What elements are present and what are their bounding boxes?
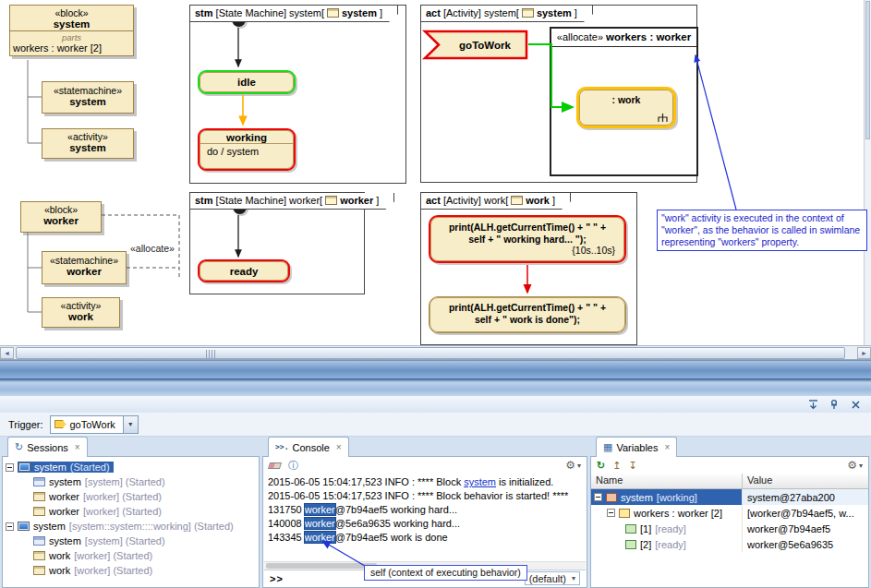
tab-sessions[interactable]: ↻ Sessions × <box>7 437 88 457</box>
stereotype: «block» <box>21 204 101 215</box>
session-row[interactable]: worker [worker] (Started) <box>6 504 259 519</box>
tab-close-icon[interactable]: × <box>336 442 342 452</box>
comment-note[interactable]: "work" activity is executed in the conte… <box>657 210 867 251</box>
tab-label: Variables <box>616 442 658 453</box>
frame-stm-system[interactable]: stm [State Machine] system[system ] idle… <box>189 5 406 184</box>
session-name: worker <box>49 491 79 502</box>
dock-titlebar <box>0 378 871 396</box>
variables-options[interactable]: ⚙ ▾ <box>847 459 863 472</box>
gear-icon[interactable]: ⚙ <box>565 459 575 472</box>
console-line: 131750 worker@7b94aef5 working hard... <box>268 503 582 517</box>
scrollbar-thumb[interactable] <box>865 1 870 139</box>
mode-value: (default) <box>529 573 566 584</box>
horizontal-scrollbar[interactable]: ◄ ► <box>0 345 871 360</box>
behavior-icon <box>33 477 45 486</box>
session-status: [worker] (Started) <box>74 565 152 576</box>
scrollbar-thumb[interactable] <box>16 347 845 359</box>
activity-system-element[interactable]: «activity» system <box>42 128 134 159</box>
variable-name: workers : worker [2] <box>634 508 722 519</box>
block-system[interactable]: «block» system parts workers : worker [2… <box>9 5 134 56</box>
action-code-line: print(ALH.getCurrentTime() + " " + <box>449 222 606 233</box>
variable-row[interactable]: system [working] system@27aba200 <box>591 489 868 505</box>
expander-icon[interactable] <box>6 463 14 472</box>
state-ready[interactable]: ready <box>198 259 290 282</box>
session-row[interactable]: work [worker] (Started) <box>6 548 259 563</box>
session-row[interactable]: system [system] (Started) <box>6 534 259 548</box>
signal-gotowork[interactable]: goToWork <box>422 29 531 62</box>
column-name[interactable]: Name <box>591 474 743 488</box>
session-row[interactable]: system (Started) <box>6 460 259 474</box>
session-name: system <box>34 462 67 473</box>
trigger-dropdown[interactable]: goToWork ▾ <box>50 415 139 434</box>
export-icon[interactable]: ↥ <box>612 460 621 472</box>
console-line: 140008 worker@5e6a9635 working hard... <box>268 517 582 531</box>
variable-row[interactable]: workers : worker [2] [worker@7b94aef5, w… <box>591 505 868 521</box>
session-row[interactable]: system [system::system::::working] (Star… <box>6 519 259 534</box>
vertical-scrollbar[interactable] <box>864 0 871 345</box>
scroll-right-button[interactable]: ► <box>857 347 871 359</box>
dropdown-arrow-icon: ▾ <box>577 462 581 470</box>
statemachine-system-element[interactable]: «statemachine» system <box>42 81 134 114</box>
expander-icon[interactable] <box>6 522 14 531</box>
splitter-bar[interactable] <box>0 360 871 378</box>
frame-bracket: ] <box>373 195 379 206</box>
stereotype: «statemachine» <box>42 85 133 96</box>
tab-variables[interactable]: ▦ Variables × <box>596 437 677 457</box>
restore-down-icon[interactable] <box>806 399 819 411</box>
tab-close-icon[interactable]: × <box>664 442 670 452</box>
variable-row[interactable]: [1] [ready] worker@7b94aef5 <box>591 521 868 536</box>
allocate-dependency-label: «allocate» <box>129 243 175 254</box>
frame-kind: stm <box>195 7 213 18</box>
statemachine-worker-element[interactable]: «statemachine» worker <box>42 251 127 284</box>
state-idle[interactable]: idle <box>198 70 296 94</box>
action-work[interactable]: : work <box>576 87 676 128</box>
frame-header: act [Activity] system[system ] <box>421 6 593 22</box>
column-value[interactable]: Value <box>743 474 868 488</box>
swimlane-header: «allocate» workers : worker <box>551 29 696 47</box>
tab-label: Sessions <box>27 442 68 453</box>
dropdown-arrow-icon[interactable]: ▾ <box>123 416 138 433</box>
stereotype: «activity» <box>42 131 133 142</box>
session-status: (Started) <box>70 462 110 473</box>
console-options[interactable]: ⚙ ▾ <box>565 459 581 472</box>
close-icon[interactable] <box>849 399 862 411</box>
session-row[interactable]: work [worker] (Started) <box>6 563 259 578</box>
refresh-icon[interactable]: ↻ <box>597 460 605 472</box>
state-name: working <box>226 132 267 143</box>
variable-name: system <box>621 492 653 503</box>
scrollbar-grip <box>206 350 215 358</box>
element-link[interactable]: system <box>464 476 496 487</box>
info-icon[interactable]: ⓘ <box>288 459 298 473</box>
gear-icon[interactable]: ⚙ <box>847 459 857 472</box>
clear-console-icon[interactable] <box>268 462 282 469</box>
variable-row[interactable]: [2] [ready] worker@5e6a9635 <box>591 536 868 552</box>
scroll-left-button[interactable]: ◄ <box>0 347 14 359</box>
variable-state: [working] <box>657 492 697 503</box>
stereotype: «statemachine» <box>42 255 126 266</box>
frame-name: work <box>526 195 550 206</box>
action-print-work-done[interactable]: print(ALH.getCurrentTime() + " " + self … <box>429 296 626 333</box>
console-line: 2015-06-05 15:04:17,523 INFO : **** Bloc… <box>268 489 582 503</box>
expander-icon[interactable] <box>594 493 602 501</box>
action-code-line: self + " working hard... "); <box>468 234 587 245</box>
console-mode-dropdown[interactable]: (default) ▾ <box>525 571 580 585</box>
action-print-working-hard[interactable]: print(ALH.getCurrentTime() + " " + self … <box>429 215 626 263</box>
session-row[interactable]: system [system] (Started) <box>6 474 259 489</box>
pin-icon[interactable] <box>828 399 841 411</box>
import-icon[interactable]: ↧ <box>628 460 636 472</box>
console-icon: >>. <box>275 443 288 451</box>
tab-console[interactable]: >>. Console × <box>268 437 349 457</box>
trigger-value: goToWork <box>70 419 123 430</box>
state-working[interactable]: working do / system <box>198 128 296 171</box>
block-instance-icon <box>606 493 617 502</box>
variable-value: worker@7b94aef5 <box>743 521 868 536</box>
frame-stm-worker[interactable]: stm [State Machine] worker[worker ] read… <box>189 192 365 294</box>
activity-work-element[interactable]: «activity» work <box>42 297 120 328</box>
behavior-icon <box>33 551 45 560</box>
block-worker[interactable]: «block» worker <box>20 201 102 233</box>
tab-close-icon[interactable]: × <box>75 442 80 452</box>
behavior-icon <box>33 492 45 501</box>
expander-icon[interactable] <box>607 509 615 517</box>
session-row[interactable]: worker [worker] (Started) <box>6 489 259 504</box>
console-line: 2015-06-05 15:04:17,523 INFO : **** Bloc… <box>268 475 582 489</box>
